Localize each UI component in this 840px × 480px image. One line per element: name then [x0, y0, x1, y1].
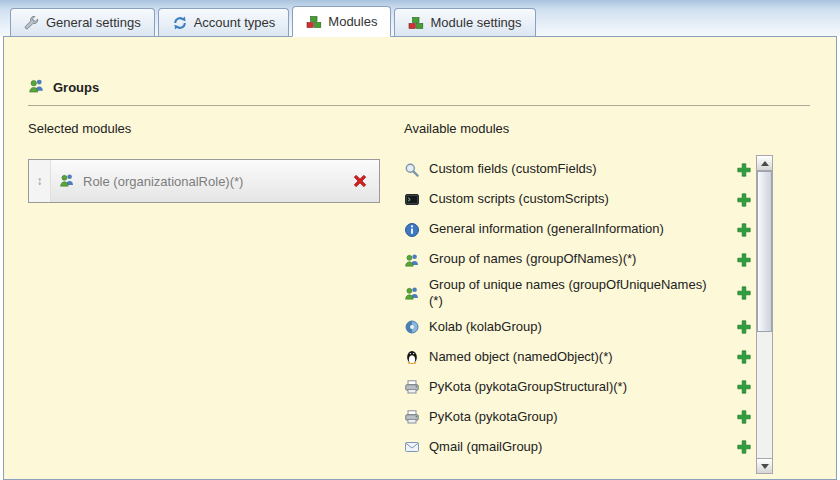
- wrench-icon: [24, 15, 40, 31]
- module-label: Group of names (groupOfNames)(*): [429, 251, 636, 267]
- module-label: PyKota (pykotaGroupStructural)(*): [429, 379, 627, 395]
- module-label: Group of unique names (groupOfUniqueName…: [429, 277, 712, 310]
- content-panel: Groups Selected modules ↕ Role (organiza…: [3, 36, 837, 480]
- selected-module-row: ↕ Role (organizationalRole)(*): [29, 160, 379, 202]
- tab-account-types[interactable]: Account types: [158, 8, 290, 36]
- scroll-down-button[interactable]: [757, 458, 772, 473]
- available-modules-column: Available modules Custom fields (customF…: [404, 121, 752, 465]
- list-item: Custom scripts (customScripts): [404, 187, 752, 212]
- scroll-up-button[interactable]: [757, 156, 772, 171]
- add-icon[interactable]: [736, 439, 752, 455]
- add-icon[interactable]: [736, 409, 752, 425]
- sync-icon: [172, 15, 188, 31]
- tab-module-settings[interactable]: Module settings: [394, 8, 535, 36]
- info-icon: [404, 222, 420, 238]
- mail-icon: [404, 439, 420, 455]
- tab-modules[interactable]: Modules: [292, 6, 391, 37]
- list-item: PyKota (pykotaGroup): [404, 405, 752, 430]
- add-icon[interactable]: [736, 319, 752, 335]
- list-item: PyKota (pykotaGroupStructural)(*): [404, 375, 752, 400]
- list-item: Custom fields (customFields): [404, 157, 752, 182]
- list-item: Kolab (kolabGroup): [404, 315, 752, 340]
- module-label: Named object (namedObject)(*): [429, 349, 613, 365]
- scrollbar-thumb[interactable]: [757, 171, 772, 332]
- drag-handle-icon[interactable]: ↕: [29, 160, 51, 202]
- vertical-scrollbar[interactable]: [756, 155, 773, 474]
- list-item: Named object (namedObject)(*): [404, 345, 752, 370]
- module-label: Custom fields (customFields): [429, 161, 597, 177]
- group-icon: [59, 172, 75, 191]
- add-icon[interactable]: [736, 285, 752, 301]
- selected-modules-heading: Selected modules: [28, 121, 380, 139]
- printer-icon: [404, 379, 420, 395]
- add-icon[interactable]: [736, 162, 752, 178]
- available-modules-heading: Available modules: [404, 121, 752, 139]
- selected-modules-column: Selected modules ↕ Role (organizationalR…: [28, 121, 380, 203]
- add-icon[interactable]: [736, 222, 752, 238]
- triangle-down-icon: [761, 464, 769, 469]
- list-item: General information (generalInformation): [404, 217, 752, 242]
- module-label: General information (generalInformation): [429, 221, 664, 237]
- scrollbar-track[interactable]: [757, 171, 772, 458]
- section-title: Groups: [53, 80, 99, 95]
- add-icon[interactable]: [736, 192, 752, 208]
- delete-icon[interactable]: [351, 172, 369, 190]
- group-icon: [404, 285, 420, 301]
- modules-icon: [408, 15, 424, 31]
- groups-section-header: Groups: [28, 77, 810, 106]
- magnifier-icon: [404, 162, 420, 178]
- tab-label: General settings: [46, 15, 141, 30]
- group-icon: [28, 77, 45, 97]
- penguin-icon: [404, 349, 420, 365]
- tab-label: Module settings: [430, 15, 521, 30]
- printer-icon: [404, 409, 420, 425]
- tab-label: Account types: [194, 15, 276, 30]
- tab-general-settings[interactable]: General settings: [10, 8, 155, 36]
- terminal-icon: [404, 192, 420, 208]
- tab-label: Modules: [328, 14, 377, 29]
- selected-module-label: Role (organizationalRole)(*): [83, 174, 343, 189]
- available-modules-list: Custom fields (customFields) Custom scri…: [404, 157, 752, 465]
- list-item: Group of unique names (groupOfUniqueName…: [404, 277, 752, 310]
- module-label: Kolab (kolabGroup): [429, 319, 542, 335]
- module-label: Qmail (qmailGroup): [429, 439, 542, 455]
- selected-modules-box: ↕ Role (organizationalRole)(*): [28, 159, 380, 203]
- module-label: PyKota (pykotaGroup): [429, 409, 558, 425]
- group-icon: [404, 252, 420, 268]
- list-item: Qmail (qmailGroup): [404, 435, 752, 460]
- module-label: Custom scripts (customScripts): [429, 191, 609, 207]
- triangle-up-icon: [761, 161, 769, 166]
- modules-icon: [306, 14, 322, 30]
- add-icon[interactable]: [736, 252, 752, 268]
- list-item: Group of names (groupOfNames)(*): [404, 247, 752, 272]
- tab-bar: General settings Account types Modules: [0, 0, 840, 36]
- add-icon[interactable]: [736, 379, 752, 395]
- kolab-icon: [404, 319, 420, 335]
- add-icon[interactable]: [736, 349, 752, 365]
